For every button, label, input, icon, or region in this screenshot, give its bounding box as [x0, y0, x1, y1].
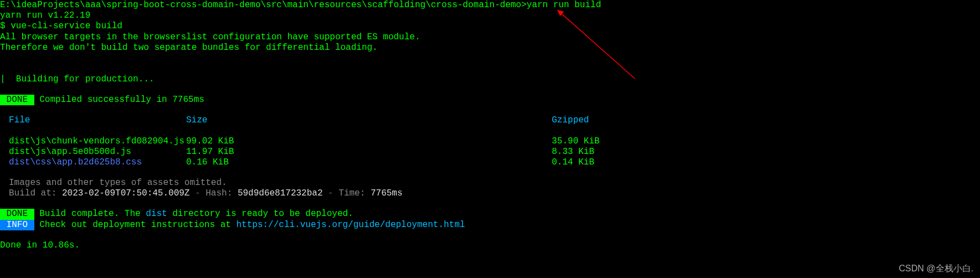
time-label: Time: — [338, 188, 371, 198]
file-cell: dist\js\app.5e0b500d.js — [9, 147, 186, 157]
size-cell: 0.16 KiB — [186, 157, 552, 168]
deploy-url[interactable]: https://cli.vuejs.org/guide/deployment.h… — [236, 220, 465, 230]
size-cell: 11.97 KiB — [186, 147, 552, 157]
table-header: File Size Gzipped — [0, 115, 980, 126]
done-in: Done in 10.86s. — [0, 240, 980, 251]
command-text: yarn run build — [527, 0, 601, 10]
building-progress: | Building for production... — [0, 74, 980, 85]
complete-suffix: directory is ready to be deployed. — [167, 209, 353, 219]
file-cell: dist\css\app.b2d625b8.css — [9, 157, 186, 168]
done-badge: DONE — [0, 95, 34, 105]
yarn-version: yarn run v1.22.19 — [0, 11, 980, 21]
header-gzip: Gzipped — [552, 115, 980, 126]
sep: - — [323, 188, 339, 198]
info-badge: INFO — [0, 220, 34, 230]
done-badge: DONE — [0, 209, 34, 219]
dist-dir: dist — [146, 209, 167, 219]
gzip-cell: 8.33 KiB — [552, 147, 980, 157]
info-deploy-line: INFO Check out deployment instructions a… — [0, 220, 980, 230]
build-complete-line: DONE Build complete. The dist directory … — [0, 209, 980, 219]
gzip-cell: 0.14 KiB — [552, 157, 980, 168]
header-size: Size — [186, 115, 552, 126]
compiled-msg: Compiled successfully in 7765ms — [34, 95, 204, 105]
file-cell: dist\js\chunk-vendors.fd082904.js — [9, 136, 186, 147]
browserslist-msg2: Therefore we don't build two separate bu… — [0, 43, 980, 53]
terminal-prompt-line: E:\ideaProjects\aaa\spring-boot-cross-do… — [0, 0, 980, 11]
table-row: dist\css\app.b2d625b8.css 0.16 KiB 0.14 … — [0, 157, 980, 168]
time-value: 7765ms — [371, 188, 403, 198]
table-row: dist\js\app.5e0b500d.js 11.97 KiB 8.33 K… — [0, 147, 980, 157]
build-at-line: Build at: 2023-02-09T07:50:45.009Z - Has… — [0, 188, 980, 199]
size-cell: 99.02 KiB — [186, 136, 552, 147]
gzip-cell: 35.90 KiB — [552, 136, 980, 147]
deploy-prefix: Check out deployment instructions at — [34, 220, 237, 230]
prompt-path: E:\ideaProjects\aaa\spring-boot-cross-do… — [0, 0, 527, 10]
browserslist-msg1: All browser targets in the browserslist … — [0, 32, 980, 43]
build-at-time: 2023-02-09T07:50:45.009Z — [62, 188, 189, 198]
done-compiled-line: DONE Compiled successfully in 7765ms — [0, 95, 980, 105]
build-at-prefix: Build at: — [9, 188, 62, 198]
table-row: dist\js\chunk-vendors.fd082904.js 99.02 … — [0, 136, 980, 147]
hash-label: Hash: — [206, 188, 238, 198]
vue-cli-command: $ vue-cli-service build — [0, 21, 980, 32]
hash-value: 59d9d6e817232ba2 — [238, 188, 323, 198]
header-file: File — [9, 115, 186, 126]
watermark: CSDN @全栈小白. — [899, 263, 973, 274]
omitted-assets: Images and other types of assets omitted… — [0, 178, 980, 188]
complete-prefix: Build complete. The — [34, 209, 146, 219]
sep: - — [189, 188, 206, 198]
